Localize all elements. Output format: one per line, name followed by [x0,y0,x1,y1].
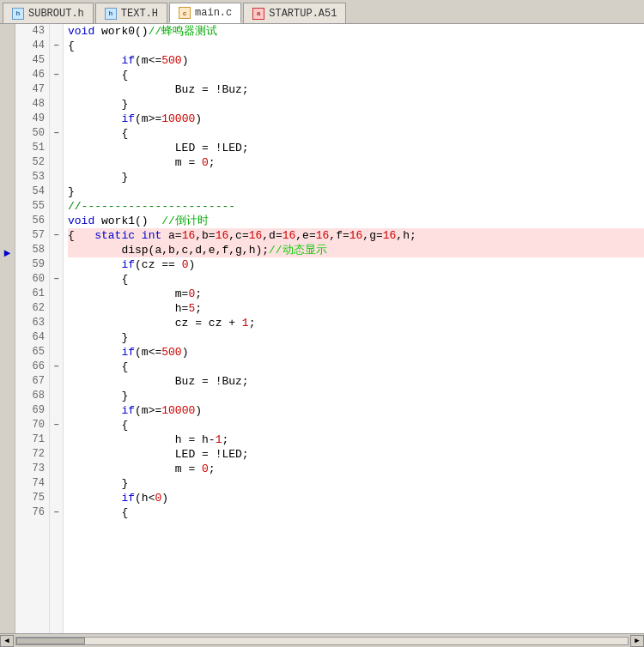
linenum-63: 63 [15,316,45,330]
code-line-67: Buz = !Buz; [68,374,644,389]
linenum-53: 53 [15,170,45,184]
fold-68 [50,389,63,403]
linenum-43: 43 [15,24,45,39]
fold-48 [50,97,63,112]
scroll-thumb[interactable] [16,638,85,644]
tab-label-text: TEXT.H [121,8,158,20]
code-line-45: if(m<=500) [68,53,644,68]
code-line-47: Buz = !Buz; [68,82,644,97]
code-line-51: LED = !LED; [68,141,644,155]
tab-main[interactable]: c main.c [169,3,241,23]
fold-71 [50,432,63,447]
linenum-62: 62 [15,301,45,316]
linenum-52: 52 [15,155,45,170]
code-line-68: } [68,389,644,403]
code-line-71: h = h-1; [68,432,644,447]
linenum-68: 68 [15,389,45,403]
linenum-67: 67 [15,374,45,389]
code-line-61: m=0; [68,287,644,301]
tab-subrout[interactable]: h SUBROUT.h [3,3,94,23]
fold-56 [50,214,63,228]
code-line-55: //----------------------- [68,199,644,214]
linenum-75: 75 [15,491,45,505]
code-line-62: h=5; [68,301,644,316]
fold-49 [50,112,63,126]
scroll-track[interactable] [15,637,629,645]
linenum-65: 65 [15,345,45,360]
code-line-44: { [68,39,644,53]
code-area[interactable]: void work0()//蜂鸣器测试 { if(m<=500) { Buz =… [64,24,644,647]
scroll-right-button[interactable]: ▶ [630,635,644,647]
tab-label-startup: STARTUP.A51 [269,8,337,20]
code-line-60: { [68,272,644,287]
linenum-71: 71 [15,432,45,447]
line-numbers: 43 44 45 46 47 48 49 50 51 52 53 54 55 5… [15,24,50,647]
fold-53 [50,170,63,184]
code-line-59: if(cz == 0) [68,257,644,272]
fold-65 [50,345,63,360]
linenum-59: 59 [15,257,45,272]
code-line-76: { [68,505,644,520]
horizontal-scrollbar[interactable]: ◀ ▶ [0,633,644,647]
tab-icon-subrout: h [12,8,24,20]
linenum-55: 55 [15,199,45,214]
linenum-76: 76 [15,505,45,520]
fold-76[interactable]: − [50,505,63,520]
fold-75 [50,491,63,505]
linenum-73: 73 [15,462,45,476]
code-line-52: m = 0; [68,155,644,170]
code-line-53: } [68,170,644,184]
fold-45 [50,53,63,68]
tab-text[interactable]: h TEXT.H [95,3,167,23]
code-line-69: if(m>=10000) [68,403,644,418]
editor-container: ► 43 44 45 46 47 48 49 50 51 52 53 54 55… [0,24,644,647]
code-line-63: cz = cz + 1; [68,316,644,330]
code-line-70: { [68,418,644,432]
code-line-65: if(m<=500) [68,345,644,360]
fold-60[interactable]: − [50,272,63,287]
tab-icon-main: c [179,7,191,19]
fold-52 [50,155,63,170]
tab-icon-startup: a [252,8,264,20]
linenum-64: 64 [15,330,45,345]
arrow-marker-58: ► [4,246,11,261]
code-line-46: { [68,68,644,82]
linenum-69: 69 [15,403,45,418]
code-line-43: void work0()//蜂鸣器测试 [68,24,644,39]
tab-startup[interactable]: a STARTUP.A51 [243,3,346,23]
fold-69 [50,403,63,418]
code-line-48: } [68,97,644,112]
linenum-50: 50 [15,126,45,141]
code-line-73: m = 0; [68,462,644,476]
fold-70[interactable]: − [50,418,63,432]
code-line-56: void work1() //倒计时 [68,214,644,228]
fold-63 [50,316,63,330]
code-line-50: { [68,126,644,141]
linenum-54: 54 [15,184,45,199]
code-line-64: } [68,330,644,345]
fold-43 [50,24,63,39]
fold-44[interactable]: − [50,39,63,53]
linenum-66: 66 [15,360,45,374]
fold-59 [50,257,63,272]
code-line-75: if(h<0) [68,491,644,505]
scroll-left-button[interactable]: ◀ [0,635,14,647]
tab-icon-text: h [105,8,117,20]
fold-61 [50,287,63,301]
code-line-66: { [68,360,644,374]
left-gutter: ► [0,24,15,647]
fold-54 [50,184,63,199]
linenum-46: 46 [15,68,45,82]
code-line-54: } [68,184,644,199]
tab-bar: h SUBROUT.h h TEXT.H c main.c a STARTUP.… [0,0,644,24]
code-line-58: disp(a,b,c,d,e,f,g,h);//动态显示 [68,243,644,257]
fold-46[interactable]: − [50,68,63,82]
tab-label-main: main.c [195,7,232,19]
fold-57[interactable]: − [50,228,63,243]
fold-66[interactable]: − [50,360,63,374]
code-line-57: { static int a=16,b=16,c=16,d=16,e=16,f=… [68,228,644,243]
fold-55 [50,199,63,214]
linenum-58: 58 [15,243,45,257]
code-line-74: } [68,476,644,491]
fold-50[interactable]: − [50,126,63,141]
